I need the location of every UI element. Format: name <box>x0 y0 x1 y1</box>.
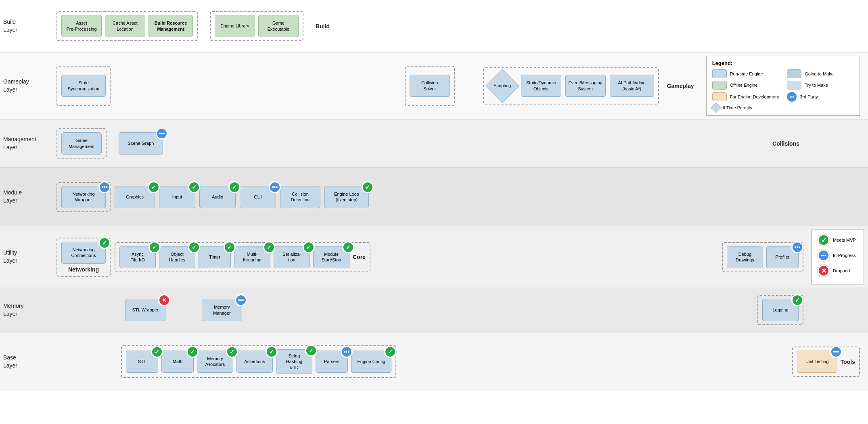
memory-allocators-wrap: MemoryAllocators ✓ <box>197 351 233 373</box>
graphics-text: Graphics <box>126 194 144 200</box>
legend-try-to-make-label: Try to Make <box>805 83 828 88</box>
unit-testing-text: Unit Testing <box>805 359 828 364</box>
tools-memory-group: Logging ✓ <box>757 295 803 325</box>
string-hashing-wrap: StringHashing& ID ✓ <box>276 349 312 374</box>
legend-going-to-make-label: Going to Make <box>805 71 834 76</box>
string-hashing-text: StringHashing& ID <box>286 353 302 370</box>
build-content: AssetPre-Processing Cache AssetLocation … <box>52 0 868 52</box>
utility-label: Utility Layer <box>0 226 52 288</box>
unit-testing-wrap: Unit Testing ••• <box>797 351 837 373</box>
meets-mvp-label: Meets MVP <box>833 238 856 242</box>
in-progress-item: ••• In-Progress <box>818 249 858 261</box>
collision-detection-wrapper: CollisionDetection <box>280 186 320 208</box>
collision-solver-node: CollisionSolver <box>410 75 450 97</box>
audio-text: Audio <box>212 194 223 200</box>
input-text: Input <box>172 194 182 200</box>
math-wrap: Math ✓ <box>161 351 194 373</box>
management-row: Management Layer GameManagement Scene Gr… <box>0 119 868 168</box>
legend-try-to-make-swatch <box>787 81 801 90</box>
engine-library-wrapper: Engine Library <box>215 15 255 37</box>
legend-runtime-label: Run-time Engine <box>730 71 763 76</box>
multi-threading-text: Multi-threading <box>243 251 261 263</box>
legend-3rd-party-label: 3rd Party <box>800 94 818 99</box>
legend-if-time: If Time Permits <box>712 104 854 111</box>
unit-testing-badge: ••• <box>830 346 842 358</box>
module-label: Module Layer <box>0 168 52 226</box>
memory-manager-text: MemoryManager <box>213 304 230 316</box>
networking-wrapper-text: NetworkingWrapper <box>72 191 94 203</box>
legend-if-time-diamond <box>711 102 721 113</box>
parsers-text: Parsers <box>324 359 339 364</box>
multi-threading-badge: ✓ <box>263 241 275 253</box>
diagram: Build Layer AssetPre-Processing Cache As… <box>0 0 868 391</box>
build-label: Build Layer <box>0 0 52 52</box>
base-label: Base Layer <box>0 332 52 391</box>
serialization-wrapper: Serializa-tion ✓ <box>274 246 310 268</box>
networking-bold-label: Networking <box>68 266 99 273</box>
memory-allocators-badge: ✓ <box>226 346 238 358</box>
dropped-badge: ✕ <box>818 265 830 277</box>
logging-text: Logging <box>772 307 788 313</box>
scene-graph-wrapper: Scene Graph ••• <box>119 132 163 155</box>
module-content: NetworkingWrapper ••• Graphics ✓ Input ✓ <box>52 168 868 226</box>
stl-text: STL <box>138 359 146 364</box>
networking-connections-wrapper: NetworkingConnections ✓ <box>61 242 106 264</box>
core-nodes-row: AsyncFile I/O ✓ ObjectHandles ✓ Timer <box>119 246 366 268</box>
legend-offline-label: Offline Engine <box>730 83 758 88</box>
memory-label: Memory Layer <box>0 288 52 332</box>
networking-wrapper-node-wrap: NetworkingWrapper ••• <box>61 186 106 208</box>
asset-pre-processing-node: AssetPre-Processing <box>61 15 102 37</box>
build-group-1: AssetPre-Processing Cache AssetLocation … <box>56 11 198 41</box>
legend-offline: Offline Engine <box>712 81 779 90</box>
engine-config-badge: ✓ <box>384 346 396 358</box>
profiler-wrapper: Profiler ••• <box>766 246 799 268</box>
scripting-diamond-wrap: Scripting <box>488 71 517 100</box>
gameplay-label: Gameplay Layer <box>0 52 52 119</box>
module-left-group: NetworkingWrapper ••• <box>56 182 111 212</box>
collision-detection-node: CollisionDetection <box>280 186 320 208</box>
networking-group: NetworkingConnections ✓ Networking <box>56 238 111 277</box>
graphics-wrapper: Graphics ✓ <box>115 186 155 208</box>
object-handles-wrapper: ObjectHandles ✓ <box>159 246 195 268</box>
assertions-badge: ✓ <box>266 346 278 358</box>
legend-engine-dev: For Engine Development <box>712 92 779 102</box>
static-dynamic-wrapper: Static/DynamicObjects <box>521 75 561 97</box>
in-progress-label: In-Progress <box>833 253 856 258</box>
meets-mvp-item: ✓ Meets MVP <box>818 234 858 246</box>
collision-detection-text: CollisionDetection <box>291 191 310 203</box>
legend-box: Legend: Run-time Engine Going to Make Of… <box>706 56 860 116</box>
serialization-badge: ✓ <box>303 241 315 253</box>
debug-drawings-wrapper: DebugDrawings <box>727 246 763 268</box>
module-row: Module Layer NetworkingWrapper ••• Graph… <box>0 168 868 226</box>
cache-asset-wrapper: Cache AssetLocation <box>105 15 145 37</box>
math-text: Math <box>173 359 182 364</box>
timer-wrapper: Timer ✓ <box>199 246 231 268</box>
gameplay-bold-label: Gameplay <box>667 83 694 89</box>
assertions-wrap: Assertions ✓ <box>236 351 273 373</box>
engine-library-node: Engine Library <box>215 15 255 37</box>
core-bold-label: Core <box>353 254 366 260</box>
parsers-badge: ••• <box>341 346 353 358</box>
management-label: Management Layer <box>0 119 52 167</box>
utility-row: Utility Layer NetworkingConnections ✓ Ne… <box>0 226 868 288</box>
async-file-text: AsyncFile I/O <box>130 251 144 263</box>
graphics-badge: ✓ <box>148 181 160 193</box>
gameplay-row: Gameplay Layer StateSynchronization Coll… <box>0 52 868 119</box>
utility-content: NetworkingConnections ✓ Networking Async… <box>52 226 868 288</box>
cache-asset-node: Cache AssetLocation <box>105 15 145 37</box>
input-wrapper: Input ✓ <box>159 186 195 208</box>
event-messaging-text: Event/MessagingSystem <box>568 80 602 92</box>
gameplay-left-group: StateSynchronization <box>56 66 111 106</box>
game-management-node: GameManagement <box>61 132 102 155</box>
stl-wrapper-text: STL Wrapper <box>132 307 159 313</box>
stl-wrapper-badge: ✕ <box>158 294 170 306</box>
state-sync-text: StateSynchronization <box>68 80 99 92</box>
state-sync-node: StateSynchronization <box>61 75 106 97</box>
memory-allocators-text: MemoryAllocators <box>205 356 225 368</box>
ai-pathfinding-text: AI Pathfinding(basic A*) <box>618 80 646 92</box>
multi-threading-wrapper: Multi-threading ✓ <box>234 246 270 268</box>
collision-solver-wrapper: CollisionSolver <box>410 75 450 97</box>
input-badge: ✓ <box>188 181 200 193</box>
collision-solver-text: CollisionSolver <box>421 80 438 92</box>
build-group-2: Engine Library GameExecutable <box>210 11 303 41</box>
